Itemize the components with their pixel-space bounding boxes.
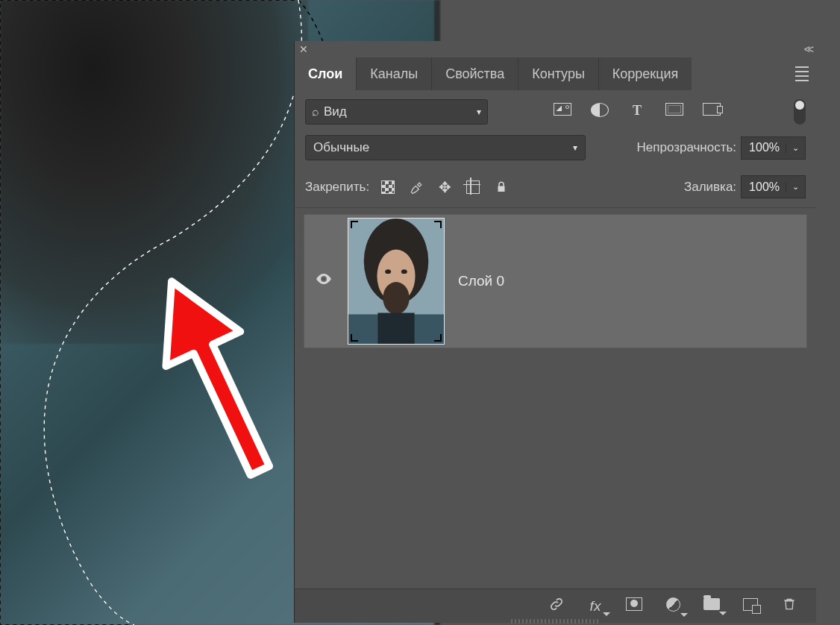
layers-panel: ✕ << Слои Каналы Свойства Контуры Коррек… (294, 41, 816, 623)
lock-position-icon[interactable]: ✥ (436, 179, 453, 195)
fill-value: 100% (749, 180, 780, 194)
tab-adjustments[interactable]: Коррекция (599, 57, 692, 90)
layer-name[interactable]: Слой 0 (458, 273, 504, 289)
opacity-input[interactable]: 100% ⌄ (741, 136, 806, 160)
filter-icons: T (554, 103, 721, 121)
lock-pixels-icon[interactable] (408, 179, 424, 195)
svg-point-7 (385, 269, 391, 274)
svg-point-0 (322, 277, 325, 280)
search-icon: ⌕ (312, 105, 319, 119)
lock-all-icon[interactable] (493, 179, 510, 195)
panel-header: ✕ << (295, 41, 816, 57)
close-icon[interactable]: ✕ (299, 43, 308, 55)
fill-label: Заливка: (684, 180, 736, 195)
new-layer-icon[interactable] (742, 598, 759, 615)
filter-pixel-icon[interactable] (554, 103, 571, 121)
tab-layers[interactable]: Слои (295, 57, 357, 90)
collapse-icon[interactable]: << (804, 43, 812, 55)
delete-layer-icon[interactable] (780, 597, 798, 615)
svg-point-8 (401, 269, 407, 274)
filter-type-select[interactable]: ⌕ Вид ▾ (305, 99, 488, 125)
layer-list: Слой 0 (295, 208, 816, 348)
filter-smartobject-icon[interactable] (703, 103, 721, 121)
filter-shape-icon[interactable] (665, 103, 683, 121)
layer-effects-icon[interactable]: fx (586, 598, 604, 615)
fill-block: Заливка: 100% ⌄ (684, 175, 806, 198)
layer-thumbnail[interactable] (348, 218, 445, 345)
opacity-value: 100% (749, 141, 780, 154)
tab-bar: Слои Каналы Свойства Контуры Коррекция (295, 57, 816, 90)
tab-paths[interactable]: Контуры (518, 57, 599, 90)
add-mask-icon[interactable] (625, 597, 643, 615)
lock-icons: ✥ (380, 179, 510, 195)
opacity-label: Непрозрачность: (637, 140, 737, 155)
chevron-down-icon: ⌄ (786, 182, 800, 192)
tab-properties[interactable]: Свойства (432, 57, 518, 90)
chevron-down-icon: ▾ (477, 107, 481, 117)
lock-artboard-icon[interactable] (465, 179, 481, 195)
svg-rect-6 (377, 312, 414, 344)
visibility-icon[interactable] (313, 270, 334, 292)
filter-text-icon[interactable]: T (628, 103, 646, 121)
link-layers-icon[interactable] (548, 596, 565, 616)
new-group-icon[interactable] (703, 598, 721, 614)
new-adjustment-icon[interactable] (664, 597, 682, 615)
blend-mode-select[interactable]: Обычные ▾ (305, 135, 586, 160)
lock-row: Закрепить: ✥ Заливка: 100% ⌄ (295, 169, 816, 208)
filter-adjust-icon[interactable] (591, 103, 609, 121)
blend-row: Обычные ▾ Непрозрачность: 100% ⌄ (295, 134, 816, 169)
panel-menu-icon[interactable] (786, 57, 809, 90)
filter-toggle[interactable] (794, 99, 806, 125)
filter-row: ⌕ Вид ▾ T (295, 90, 816, 134)
svg-point-5 (383, 282, 409, 314)
blend-mode-value: Обычные (313, 140, 573, 155)
fill-input[interactable]: 100% ⌄ (741, 175, 806, 198)
chevron-down-icon: ⌄ (786, 143, 800, 153)
opacity-block: Непрозрачность: 100% ⌄ (637, 136, 806, 160)
layer-actions-bar: fx (295, 588, 816, 623)
lock-transparency-icon[interactable] (380, 179, 396, 195)
lock-label: Закрепить: (305, 180, 369, 195)
filter-type-label: Вид (324, 104, 472, 119)
resize-grip[interactable] (511, 619, 601, 624)
chevron-down-icon: ▾ (573, 142, 577, 153)
layer-row[interactable]: Слой 0 (304, 214, 807, 348)
tab-channels[interactable]: Каналы (357, 57, 432, 90)
